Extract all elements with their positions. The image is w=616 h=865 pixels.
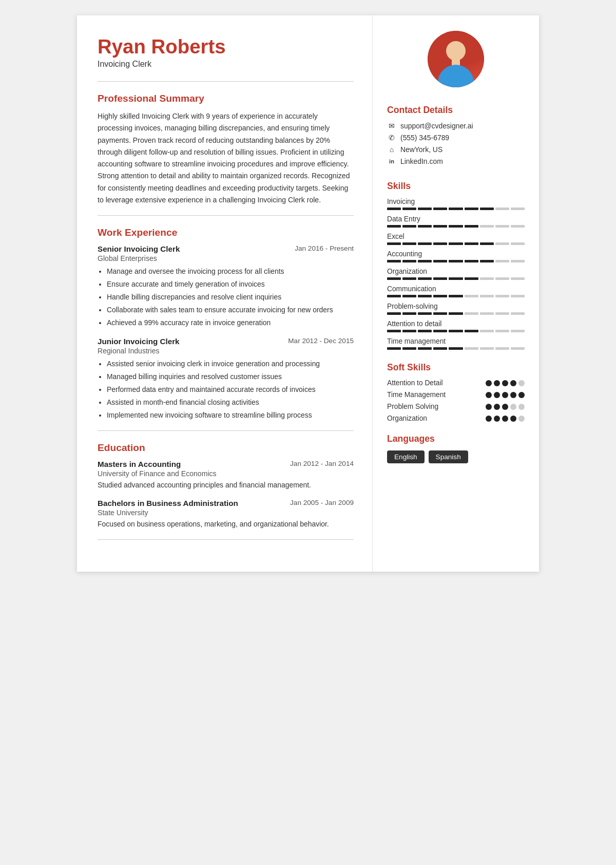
skills-list: InvoicingData EntryExcelAccountingOrgani… (387, 198, 525, 350)
skill-bar-2 (387, 242, 525, 245)
edu-0-school: University of Finance and Economics (98, 469, 354, 478)
skill-segment (449, 260, 463, 262)
skill-segment (402, 312, 416, 315)
skill-segment (480, 225, 494, 228)
skill-segment (402, 225, 416, 228)
skill-segment (387, 330, 401, 332)
contact-location: ⌂ NewYork, US (387, 145, 525, 154)
skill-segment (418, 208, 432, 210)
skill-bar-7 (387, 330, 525, 332)
bullet: Achieved a 99% accuracy rate in invoice … (107, 317, 354, 329)
skill-segment (387, 295, 401, 297)
skill-name-8: Time management (387, 337, 525, 345)
bullet: Assisted senior invoicing clerk in invoi… (107, 358, 354, 370)
skills-section: Skills InvoicingData EntryExcelAccountin… (387, 178, 525, 355)
dot (518, 416, 525, 422)
skill-item-3: Accounting (387, 250, 525, 262)
dot (486, 392, 492, 398)
skill-segment (402, 208, 416, 210)
skill-segment (480, 295, 494, 297)
skill-bar-6 (387, 312, 525, 315)
skill-name-4: Organization (387, 268, 525, 275)
skill-segment (465, 242, 478, 245)
dot (486, 416, 492, 422)
dot (494, 404, 500, 410)
skill-item-2: Excel (387, 233, 525, 245)
skill-segment (418, 225, 432, 228)
skill-segment (418, 260, 432, 262)
skill-segment (387, 208, 401, 210)
skill-segment (465, 295, 478, 297)
skill-segment (402, 242, 416, 245)
skill-bar-5 (387, 295, 525, 297)
skill-segment (495, 330, 509, 332)
skill-segment (402, 260, 416, 262)
contact-email: ✉ support@cvdesigner.ai (387, 122, 525, 130)
softskill-item-1: Time Management (387, 391, 525, 399)
skill-segment (418, 312, 432, 315)
skill-segment (402, 277, 416, 280)
skill-name-3: Accounting (387, 250, 525, 258)
skill-segment (511, 330, 525, 332)
skill-segment (433, 277, 447, 280)
skill-segment (387, 225, 401, 228)
softskill-dots-1 (486, 392, 525, 398)
skill-segment (480, 242, 494, 245)
dot (510, 416, 516, 422)
skill-segment (433, 208, 447, 210)
header-title: Invoicing Clerk (98, 60, 354, 69)
skill-segment (387, 242, 401, 245)
skill-bar-0 (387, 208, 525, 210)
job-1-company: Regional Industries (98, 347, 354, 355)
work-section: Work Experience Senior Invoicing Clerk J… (98, 227, 354, 421)
skill-segment (433, 242, 447, 245)
skill-segment (449, 312, 463, 315)
bullet: Handle billing discrepancies and resolve… (107, 291, 354, 303)
edu-1-degree: Bachelors in Business Administration (98, 499, 238, 507)
bullet: Implemented new invoicing software to st… (107, 409, 354, 421)
skill-segment (465, 347, 478, 350)
skill-segment (465, 208, 478, 210)
dot (486, 380, 492, 386)
job-0-date: Jan 2016 - Present (295, 245, 354, 252)
softskill-item-2: Problem Solving (387, 403, 525, 410)
softskill-dots-2 (486, 404, 525, 410)
dot (518, 392, 525, 398)
linkedin-icon: in (387, 158, 396, 164)
skill-segment (480, 330, 494, 332)
dot (510, 404, 516, 410)
summary-title: Professional Summary (98, 93, 354, 104)
summary-text: Highly skilled Invoicing Clerk with 9 ye… (98, 110, 354, 206)
job-0-title: Senior Invoicing Clerk (98, 245, 180, 253)
dot (502, 416, 508, 422)
edu-1-school: State University (98, 509, 354, 517)
bullet: Collaborate with sales team to ensure ac… (107, 304, 354, 316)
bullet: Assisted in month-end financial closing … (107, 397, 354, 408)
skill-segment (495, 295, 509, 297)
softskill-name-1: Time Management (387, 391, 486, 399)
job-1-title: Junior Invoicing Clerk (98, 337, 180, 346)
skill-segment (433, 347, 447, 350)
edu-0-date: Jan 2012 - Jan 2014 (290, 460, 354, 467)
skill-item-5: Communication (387, 285, 525, 297)
skills-title: Skills (387, 181, 525, 192)
skill-segment (402, 330, 416, 332)
contact-list: ✉ support@cvdesigner.ai ✆ (555) 345-6789… (387, 122, 525, 165)
dot (502, 404, 508, 410)
contact-phone-value: (555) 345-6789 (400, 134, 449, 142)
avatar-wrapper (387, 31, 525, 87)
soft-skills-title: Soft Skills (387, 362, 525, 373)
skill-segment (387, 260, 401, 262)
skill-segment (511, 260, 525, 262)
skill-segment (480, 208, 494, 210)
skill-segment (511, 312, 525, 315)
bullet: Managed billing inquiries and resolved c… (107, 371, 354, 383)
skill-segment (449, 208, 463, 210)
lang-english: English (387, 450, 425, 463)
edu-0: Masters in Accounting Jan 2012 - Jan 201… (98, 460, 354, 491)
skill-name-1: Data Entry (387, 215, 525, 223)
skill-segment (511, 225, 525, 228)
skill-segment (511, 295, 525, 297)
skill-segment (449, 277, 463, 280)
contact-email-value: support@cvdesigner.ai (400, 122, 473, 130)
